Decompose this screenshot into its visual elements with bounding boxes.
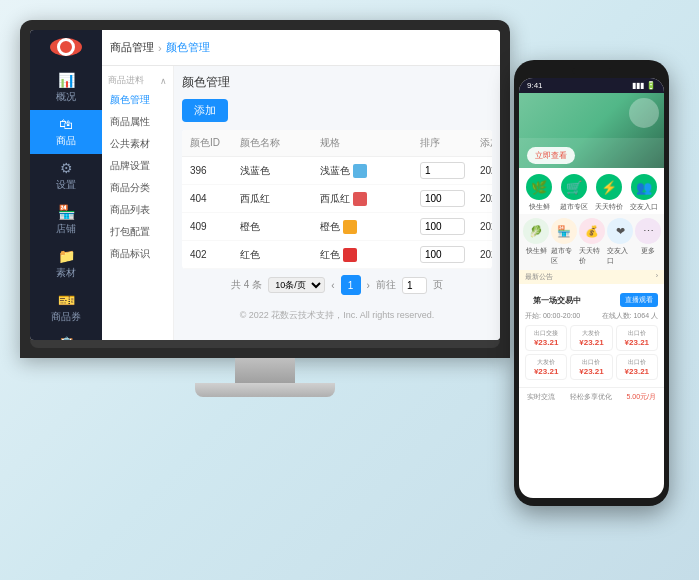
nav2-icon-more[interactable]: ⋯ 更多	[635, 218, 661, 266]
row4-order-input[interactable]	[420, 246, 465, 263]
row2-color-swatch	[353, 192, 367, 206]
scroll-notice: 最新公告 ›	[519, 270, 664, 284]
price-card-5[interactable]: 出口价 ¥23.21	[570, 354, 612, 380]
sidebar-item-settings[interactable]: ⚙ 设置	[30, 154, 102, 198]
nav2-icon-supermarket[interactable]: 🏪 超市专区	[551, 218, 577, 266]
monitor-bottom-bar	[30, 340, 500, 348]
phone-signal: ▮▮▮ 🔋	[632, 81, 656, 90]
table-row: 404 西瓜红 西瓜红 2022-07-18 15:53:46	[182, 185, 492, 213]
phone: 9:41 ▮▮▮ 🔋 立即查看 🌿 快生鲜	[514, 60, 669, 506]
prev-page-btn[interactable]: ‹	[331, 280, 334, 291]
sidebar-item-products[interactable]: 🛍 商品	[30, 110, 102, 154]
breadcrumb-title: 商品管理	[110, 40, 154, 55]
materials-icon: 📁	[58, 248, 74, 264]
subnav-item-product-categories[interactable]: 商品分类	[102, 177, 173, 199]
price-card-4[interactable]: 大发价 ¥23.21	[525, 354, 567, 380]
row1-time: 2022-06-21 15:29:18	[480, 165, 492, 176]
live-title: 第一场交易中	[525, 291, 589, 308]
content-area: 颜色管理 添加 颜色ID 颜色名称 规格 排序 添加时间	[174, 66, 500, 340]
sidebar-item-coupons[interactable]: 🎫 商品券	[30, 286, 102, 330]
sidebar-item-materials[interactable]: 📁 素材	[30, 242, 102, 286]
chevron-up-icon: ∧	[160, 76, 167, 86]
sidebar-item-orders[interactable]: 📋 订单	[30, 330, 102, 340]
nav-icon-supermarket[interactable]: 🛒 超市专区	[558, 174, 591, 212]
social2-icon: ❤	[607, 218, 633, 244]
registration-button[interactable]: 立即查看	[527, 147, 575, 164]
sidebar-item-overview[interactable]: 📊 概况	[30, 66, 102, 110]
subnav-item-brand-settings[interactable]: 品牌设置	[102, 155, 173, 177]
phone-screen: 9:41 ▮▮▮ 🔋 立即查看 🌿 快生鲜	[519, 78, 664, 498]
content-with-subnav: 商品进料 ∧ 颜色管理 商品属性 公共素材 品牌设置 商品分类 商品列表 打包配…	[102, 66, 500, 340]
row2-order-input[interactable]	[420, 190, 465, 207]
page-btn-1[interactable]: 1	[341, 275, 361, 295]
sidebar: 📊 概况 🛍 商品 ⚙ 设置 🏪 店铺	[30, 30, 102, 340]
row2-spec: 西瓜红	[320, 192, 420, 206]
row1-order-input[interactable]	[420, 162, 465, 179]
deals-icon: ⚡	[596, 174, 622, 200]
table-row: 396 浅蓝色 浅蓝色 2022-06-21 15:29:18	[182, 157, 492, 185]
scroll-arrow-icon: ›	[656, 272, 658, 282]
phone-time: 9:41	[527, 81, 543, 90]
nav2-icon-deals[interactable]: 💰 天天特价	[579, 218, 605, 266]
row1-name: 浅蓝色	[240, 164, 320, 178]
price-label-2: 大发价	[574, 329, 608, 338]
row3-order-input[interactable]	[420, 218, 465, 235]
phone-status-bar: 9:41 ▮▮▮ 🔋	[519, 78, 664, 93]
row3-spec: 橙色	[320, 220, 420, 234]
phone-bottom-bar: 实时交流 轻松多享优化 5.00元/月	[519, 387, 664, 406]
nav-icon-social[interactable]: 👥 交友入口	[627, 174, 660, 212]
logo-inner	[57, 38, 75, 56]
row1-order	[420, 162, 480, 179]
subnav-item-product-list[interactable]: 商品列表	[102, 199, 173, 221]
nav2-icon-fresh[interactable]: 🥬 快生鲜	[523, 218, 549, 266]
monitor-base	[195, 383, 335, 397]
page-label: 页	[433, 278, 443, 292]
row4-spec: 红色	[320, 248, 420, 262]
bottom-price: 5.00元/月	[626, 392, 656, 402]
subnav-item-product-tags[interactable]: 商品标识	[102, 243, 173, 265]
monitor-screen-outer: 📊 概况 🛍 商品 ⚙ 设置 🏪 店铺	[20, 20, 510, 358]
products-icon: 🛍	[58, 116, 74, 132]
scene: 📊 概况 🛍 商品 ⚙ 设置 🏪 店铺	[0, 0, 699, 580]
nav-icon-fresh[interactable]: 🌿 快生鲜	[523, 174, 556, 212]
price-label-3: 出口价	[620, 329, 654, 338]
subnav-item-packaging-config[interactable]: 打包配置	[102, 221, 173, 243]
price-card-3[interactable]: 出口价 ¥23.21	[616, 325, 658, 351]
price-label-6: 出口价	[620, 358, 654, 367]
live-tag[interactable]: 直播观看	[620, 293, 658, 307]
live-prices: 出口交接 ¥23.21 大发价 ¥23.21 出口价 ¥23.21 大发价 ¥2…	[525, 325, 658, 380]
subnav-item-color-management[interactable]: 颜色管理	[102, 89, 173, 111]
subnav-item-product-attributes[interactable]: 商品属性	[102, 111, 173, 133]
coupons-icon: 🎫	[58, 292, 74, 308]
col-name: 颜色名称	[240, 136, 320, 150]
row2-name: 西瓜红	[240, 192, 320, 206]
monitor-screen: 📊 概况 🛍 商品 ⚙ 设置 🏪 店铺	[30, 30, 500, 340]
col-order: 排序	[420, 136, 480, 150]
settings-icon: ⚙	[58, 160, 74, 176]
goto-page-input[interactable]	[402, 277, 427, 294]
social-icon: 👥	[631, 174, 657, 200]
app-logo[interactable]	[50, 38, 82, 56]
nav-icon-deals[interactable]: ⚡ 天天特价	[593, 174, 626, 212]
per-page-select[interactable]: 10条/页	[268, 277, 325, 293]
row3-id: 409	[190, 221, 240, 232]
bottom-left: 实时交流	[527, 392, 555, 402]
main-area: 商品管理 › 颜色管理 商品进料 ∧ 颜色管理 商品属性	[102, 30, 500, 340]
row4-time: 2022-07-14 16:06:54	[480, 249, 492, 260]
next-page-btn[interactable]: ›	[367, 280, 370, 291]
copyright-text: © 2022 花数云技术支持，Inc. All rights reserved.	[182, 305, 492, 326]
price-card-2[interactable]: 大发价 ¥23.21	[570, 325, 612, 351]
price-card-1[interactable]: 出口交接 ¥23.21	[525, 325, 567, 351]
price-label-4: 大发价	[529, 358, 563, 367]
price-card-6[interactable]: 出口价 ¥23.21	[616, 354, 658, 380]
add-color-button[interactable]: 添加	[182, 99, 228, 122]
fresh-icon: 🌿	[526, 174, 552, 200]
subnav-item-public-materials[interactable]: 公共素材	[102, 133, 173, 155]
page-title: 颜色管理	[182, 74, 492, 91]
goto-text: 前往	[376, 278, 396, 292]
monitor: 📊 概况 🛍 商品 ⚙ 设置 🏪 店铺	[20, 20, 510, 397]
nav2-icon-social2[interactable]: ❤ 交友入口	[607, 218, 633, 266]
row4-color-swatch	[343, 248, 357, 262]
sidebar-item-store[interactable]: 🏪 店铺	[30, 198, 102, 242]
phone-notch	[572, 68, 612, 74]
